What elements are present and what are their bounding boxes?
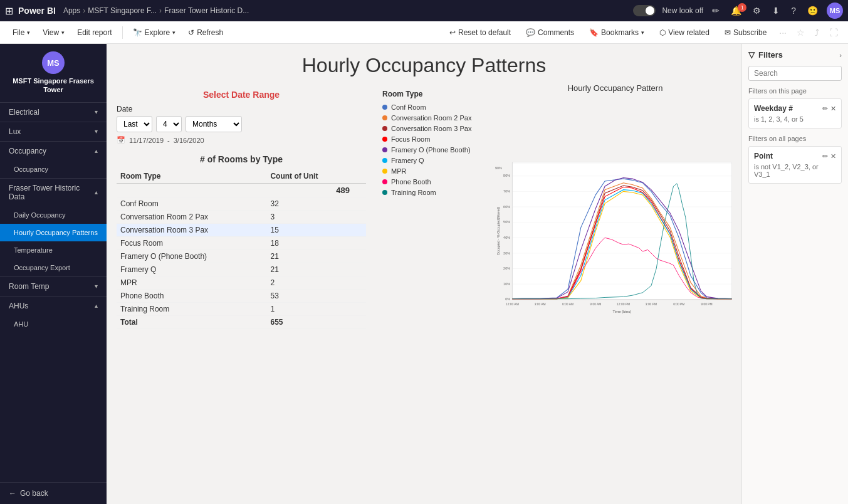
filters-search[interactable] [748, 66, 842, 81]
svg-text:3:00 AM: 3:00 AM [535, 303, 546, 306]
file-menu[interactable]: File ▾ [8, 26, 35, 39]
subscribe-btn[interactable]: ✉ Subscribe [720, 26, 772, 39]
sidebar-footer: ← Go back [0, 482, 107, 504]
filter-edit-icon[interactable]: ✏ [822, 105, 828, 113]
sidebar-item-ahus[interactable]: AHUs ▴ [0, 297, 107, 315]
main-layout: MS MSFT Singapore Frasers Tower Electric… [0, 44, 848, 504]
explore-chevron: ▾ [172, 29, 175, 36]
page-filter-label: Filters on this page [748, 87, 842, 95]
legend-label-framery-o: Framery O (Phone Booth) [391, 146, 471, 154]
sidebar-item-occupancy[interactable]: Occupancy ▴ [0, 142, 107, 160]
sidebar-item-electrical[interactable]: Electrical ▾ [0, 103, 107, 122]
app-grid-icon[interactable]: ⊞ [5, 5, 13, 17]
table-row[interactable]: Phone Booth 53 [117, 290, 366, 303]
point-filter-edit-icon[interactable]: ✏ [822, 152, 828, 160]
sidebar-subitem-ahu[interactable]: AHU [0, 315, 107, 333]
room-type-cell: Phone Booth [117, 290, 266, 303]
view-menu[interactable]: View ▾ [38, 26, 70, 39]
sidebar-subitem-occupancy[interactable]: Occupancy [0, 160, 107, 178]
count-cell: 18 [266, 237, 353, 250]
legend-dot-conv3 [382, 126, 387, 131]
ahus-chevron: ▴ [95, 302, 98, 309]
view-related-icon: ⬡ [659, 28, 666, 37]
room-temp-label: Room Temp [9, 282, 49, 291]
table-row[interactable]: MPR 2 [117, 276, 366, 290]
number-select[interactable]: 4 [156, 116, 182, 132]
lux-chevron: ▾ [95, 128, 98, 135]
svg-text:20%: 20% [503, 266, 510, 270]
explore-btn[interactable]: 🔭 Explore ▾ [128, 26, 181, 39]
chart-container: Room Type Conf Room Conversation Room 2 … [376, 83, 735, 498]
go-back-btn[interactable]: ← Go back [9, 489, 98, 498]
weekday-filter-value: is 1, 2, 3, 4, or 5 [754, 115, 836, 123]
view-related-btn[interactable]: ⬡ View related [654, 26, 715, 39]
chart-title: Hourly Occupancy Pattern [495, 83, 735, 93]
refresh-btn[interactable]: ↺ Refresh [183, 26, 228, 39]
file-label: File [13, 28, 24, 37]
filters-header: ▽ Filters › [748, 50, 842, 60]
room-type-cell: Conf Room [117, 197, 266, 211]
legend-item-training: Training Room [382, 189, 476, 196]
sidebar-item-lux[interactable]: Lux ▾ [0, 122, 107, 141]
avatar[interactable]: MS [827, 3, 843, 19]
emoji-icon[interactable]: 🙂 [805, 4, 820, 17]
comments-btn[interactable]: 💬 Comments [521, 26, 579, 39]
bookmarks-btn[interactable]: 🔖 Bookmarks ▾ [584, 26, 649, 39]
point-filter-clear-icon[interactable]: ✕ [830, 152, 836, 160]
sidebar-subitem-hourly-occupancy[interactable]: Hourly Occupancy Patterns [0, 224, 107, 241]
breadcrumb-apps[interactable]: Apps [63, 6, 80, 15]
filter-clear-icon[interactable]: ✕ [830, 105, 836, 113]
notification-count: 1 [738, 3, 746, 12]
unit-select[interactable]: Months [186, 116, 242, 132]
table-row[interactable]: Training Room 1 [117, 303, 366, 316]
svg-text:3:00 PM: 3:00 PM [646, 303, 657, 306]
period-select[interactable]: Last [117, 116, 152, 132]
sidebar-subitem-temperature[interactable]: Temperature [0, 241, 107, 259]
breadcrumb-workspace[interactable]: MSFT Singapore F... [88, 6, 157, 15]
daily-occupancy-label: Daily Occupancy [14, 211, 66, 219]
comments-label: Comments [538, 28, 574, 37]
edit-icon[interactable]: ✏ [709, 4, 722, 17]
occupancy-label: Occupancy [9, 147, 46, 155]
table-row[interactable]: Framery Q 21 [117, 263, 366, 276]
fullscreen-icon[interactable]: ⛶ [827, 26, 840, 39]
count-cell: 32 [266, 197, 353, 211]
count-cell: 2 [266, 276, 353, 290]
reset-btn[interactable]: ↩ Reset to default [444, 26, 516, 39]
svg-text:90%: 90% [495, 166, 502, 170]
sidebar-section-historic: Fraser Tower Historic Data ▴ Daily Occup… [0, 178, 107, 276]
more-options-icon[interactable]: ··· [777, 26, 789, 39]
breadcrumb-report[interactable]: Fraser Tower Historic D... [164, 6, 249, 15]
table-row[interactable]: Focus Room 18 [117, 237, 366, 250]
table-row[interactable]: Framery O (Phone Booth) 21 [117, 250, 366, 263]
star-icon[interactable]: ☆ [794, 26, 807, 39]
settings-icon[interactable]: ⚙ [750, 4, 763, 17]
help-icon[interactable]: ? [788, 4, 798, 17]
sidebar-subitem-daily-occupancy[interactable]: Daily Occupancy [0, 206, 107, 224]
sidebar-item-fraser-historic[interactable]: Fraser Tower Historic Data ▴ [0, 179, 107, 206]
bookmarks-icon: 🔖 [589, 28, 599, 37]
legend-label-conv2: Conversation Room 2 Pax [391, 114, 471, 122]
download-icon[interactable]: ⬇ [770, 4, 782, 17]
reset-icon: ↩ [449, 28, 456, 37]
date-to: 3/16/2020 [174, 137, 204, 144]
table-row[interactable]: Conversation Room 3 Pax 15 [117, 224, 366, 237]
share-icon[interactable]: ⤴ [812, 26, 822, 39]
sidebar-item-room-temp[interactable]: Room Temp ▾ [0, 277, 107, 296]
table-row[interactable]: Conversation Room 2 Pax 3 [117, 211, 366, 224]
point-filter-card: Point ✏ ✕ is not V1_2, V2_3, or V3_1 [748, 146, 842, 184]
breadcrumb: Apps › MSFT Singapore F... › Fraser Towe… [63, 6, 628, 15]
count-cell: 15 [266, 224, 353, 237]
hourly-occupancy-label: Hourly Occupancy Patterns [14, 229, 98, 236]
rooms-table: Room Type Count of Unit 489 [117, 169, 366, 329]
view-related-label: View related [668, 28, 709, 37]
new-look-toggle[interactable] [633, 5, 656, 16]
svg-text:0%: 0% [505, 297, 510, 301]
sidebar-subitem-occupancy-export[interactable]: Occupancy Export [0, 259, 107, 276]
filters-collapse-icon[interactable]: › [839, 51, 842, 59]
table-row[interactable]: Conf Room 32 [117, 197, 366, 211]
svg-text:40%: 40% [503, 236, 510, 239]
notification-bell[interactable]: 🔔 1 [728, 6, 744, 16]
total-row: Total 655 [117, 316, 366, 329]
edit-report-btn[interactable]: Edit report [72, 26, 117, 39]
